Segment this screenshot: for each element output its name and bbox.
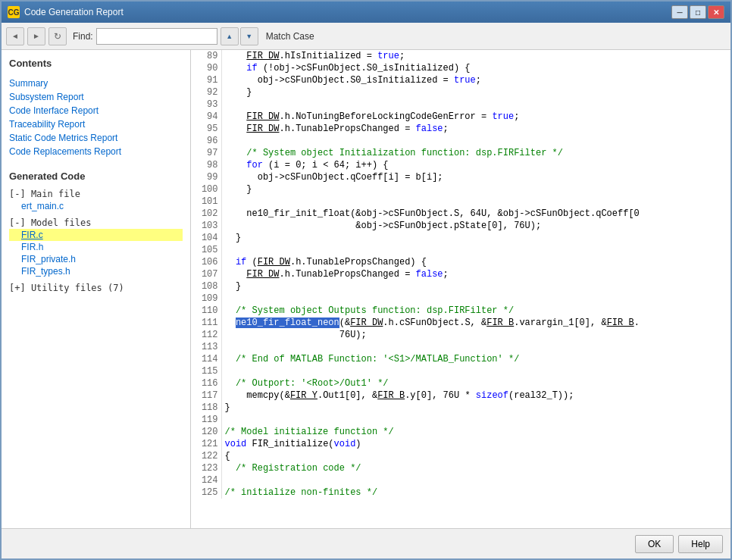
- close-button[interactable]: ✕: [708, 5, 724, 19]
- code-content: {: [221, 450, 730, 462]
- utility-files-toggle[interactable]: [+] Utility files (7): [9, 283, 124, 293]
- file-fir-c[interactable]: FIR.c: [9, 229, 183, 241]
- line-number: 99: [191, 171, 221, 183]
- code-content: /* System object Initialization function…: [221, 147, 730, 159]
- code-content: [221, 365, 730, 377]
- nav-link-traceability[interactable]: Traceability Report: [9, 117, 183, 131]
- line-number: 107: [191, 268, 221, 280]
- file-fir-types-h[interactable]: FIR_types.h: [9, 265, 183, 277]
- table-row: 93: [191, 99, 730, 111]
- file-fir-private-h[interactable]: FIR_private.h: [9, 253, 183, 265]
- app-icon: CG: [8, 6, 20, 18]
- line-number: 92: [191, 86, 221, 99]
- code-content: &obj->cSFunObject.pState[0], 76U);: [221, 220, 730, 232]
- line-number: 123: [191, 462, 221, 474]
- main-file-toggle[interactable]: [-] Main file: [9, 189, 80, 199]
- table-row: 123 /* Registration code */: [191, 462, 730, 474]
- table-row: 90 if (!obj->cSFunObject.S0_isInitialize…: [191, 62, 730, 74]
- contents-title: Contents: [9, 58, 183, 69]
- find-nav: ▲ ▼: [221, 27, 258, 45]
- line-number: 95: [191, 123, 221, 135]
- table-row: 98 for (i = 0; i < 64; i++) {: [191, 159, 730, 171]
- line-number: 102: [191, 208, 221, 220]
- nav-links: Summary Subsystem Report Code Interface …: [9, 77, 183, 158]
- code-content: ne10_fir_float_neon(&FIR_DW.h.cSFunObjec…: [221, 317, 730, 329]
- code-content: }: [221, 402, 730, 414]
- code-content: /* initialize non-finites */: [221, 486, 730, 499]
- line-number: 113: [191, 341, 221, 353]
- minimize-icon: ─: [677, 8, 682, 17]
- nav-link-summary[interactable]: Summary: [9, 77, 183, 90]
- line-number: 91: [191, 74, 221, 86]
- code-area: 89 FIR_DW.hIsInitialized = true;90 if (!…: [191, 50, 730, 528]
- line-number: 109: [191, 293, 221, 305]
- table-row: 113: [191, 341, 730, 353]
- code-content: memcpy(&FIR_Y.Out1[0], &FIR_B.y[0], 76U …: [221, 389, 730, 402]
- help-button[interactable]: Help: [678, 535, 723, 553]
- code-content: FIR_DW.h.NoTuningBeforeLockingCodeGenErr…: [221, 111, 730, 123]
- table-row: 109: [191, 293, 730, 305]
- sidebar: Contents Summary Subsystem Report Code I…: [2, 50, 191, 528]
- find-prev-button[interactable]: ▲: [221, 27, 239, 45]
- bottom-bar: OK Help: [2, 528, 730, 558]
- code-content: [221, 414, 730, 426]
- code-content: [221, 341, 730, 353]
- code-scroll[interactable]: 89 FIR_DW.hIsInitialized = true;90 if (!…: [191, 50, 730, 528]
- table-row: 116 /* Outport: '<Root>/Out1' */: [191, 377, 730, 389]
- find-label: Find:: [73, 31, 93, 42]
- table-row: 118}: [191, 402, 730, 414]
- table-row: 92 }: [191, 86, 730, 99]
- model-files-toggle[interactable]: [-] Model files: [9, 217, 91, 228]
- title-bar-left: CG Code Generation Report: [8, 6, 124, 18]
- line-number: 114: [191, 353, 221, 365]
- code-content: }: [221, 86, 730, 99]
- table-row: 115: [191, 365, 730, 377]
- line-number: 106: [191, 256, 221, 268]
- line-number: 90: [191, 62, 221, 74]
- code-content: [221, 293, 730, 305]
- maximize-button[interactable]: □: [690, 5, 706, 19]
- table-row: 119: [191, 414, 730, 426]
- code-content: if (!obj->cSFunObject.S0_isInitialized) …: [221, 62, 730, 74]
- code-content: 76U);: [221, 329, 730, 341]
- line-number: 110: [191, 305, 221, 317]
- nav-link-static-metrics[interactable]: Static Code Metrics Report: [9, 131, 183, 145]
- code-content: /* Model initialize function */: [221, 426, 730, 438]
- nav-link-subsystem-report[interactable]: Subsystem Report: [9, 90, 183, 104]
- forward-button[interactable]: ►: [27, 27, 45, 45]
- ok-button[interactable]: OK: [635, 535, 674, 553]
- window-title: Code Generation Report: [24, 7, 124, 17]
- line-number: 97: [191, 147, 221, 159]
- table-row: 124: [191, 474, 730, 486]
- table-row: 111 ne10_fir_float_neon(&FIR_DW.h.cSFunO…: [191, 317, 730, 329]
- nav-link-code-replacements[interactable]: Code Replacements Report: [9, 145, 183, 158]
- table-row: 114 /* End of MATLAB Function: '<S1>/MAT…: [191, 353, 730, 365]
- match-case-label: Match Case: [266, 31, 314, 42]
- code-content: }: [221, 280, 730, 293]
- line-number: 101: [191, 196, 221, 208]
- find-next-button[interactable]: ▼: [240, 27, 258, 45]
- refresh-button[interactable]: ↻: [48, 27, 67, 45]
- toolbar: ◄ ► ↻ Find: ▲ ▼ Match Case: [2, 23, 730, 50]
- table-row: 94 FIR_DW.h.NoTuningBeforeLockingCodeGen…: [191, 111, 730, 123]
- forward-icon: ►: [33, 32, 40, 40]
- main-window: CG Code Generation Report ─ □ ✕ ◄ ► ↻ Fi…: [0, 0, 732, 560]
- back-button[interactable]: ◄: [6, 27, 24, 45]
- table-row: 97 /* System object Initialization funct…: [191, 147, 730, 159]
- line-number: 117: [191, 389, 221, 402]
- generated-code-title: Generated Code: [9, 171, 183, 182]
- code-content: FIR_DW.hIsInitialized = true;: [221, 50, 730, 62]
- minimize-button[interactable]: ─: [671, 5, 688, 19]
- code-content: FIR_DW.h.TunablePropsChanged = false;: [221, 268, 730, 280]
- file-ert-main-c[interactable]: ert_main.c: [9, 200, 183, 212]
- line-number: 104: [191, 232, 221, 244]
- table-row: 95 FIR_DW.h.TunablePropsChanged = false;: [191, 123, 730, 135]
- line-number: 120: [191, 426, 221, 438]
- table-row: 122{: [191, 450, 730, 462]
- maximize-icon: □: [696, 8, 700, 17]
- line-number: 105: [191, 244, 221, 256]
- find-input[interactable]: [96, 28, 217, 45]
- table-row: 110 /* System object Outputs function: d…: [191, 305, 730, 317]
- nav-link-code-interface[interactable]: Code Interface Report: [9, 104, 183, 117]
- file-fir-h[interactable]: FIR.h: [9, 241, 183, 253]
